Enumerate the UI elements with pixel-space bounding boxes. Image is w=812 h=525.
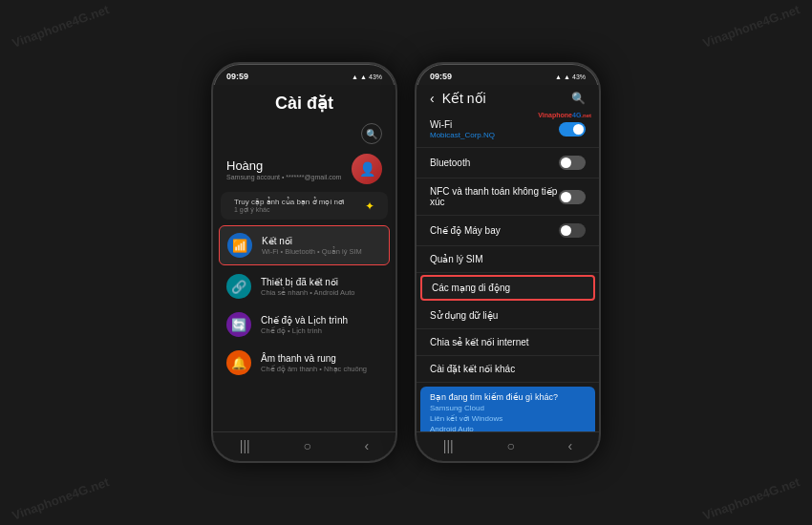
menu-item-sound[interactable]: 🔔 Âm thanh và rung Chế độ âm thanh • Nhạ…: [213, 344, 395, 382]
share-label: Chia sẻ kết nối internet: [430, 337, 529, 347]
status-bar-2: 09:59 ▲ ▲ 43%: [417, 64, 599, 85]
devices-info: Thiết bị đã kết nối Chia sẻ nhanh • Andr…: [261, 277, 355, 297]
connections-icon: 📶: [227, 233, 252, 258]
airplane-info: Chế độ Máy bay: [430, 225, 501, 236]
back-button-2[interactable]: ‹: [430, 91, 435, 106]
airplane-toggle[interactable]: [559, 223, 586, 238]
mobile-label: Các mạng di động: [432, 283, 510, 293]
sound-icon: 🔔: [226, 350, 251, 375]
nav-home-btn-2[interactable]: ○: [506, 438, 514, 453]
wifi-toggle[interactable]: [559, 122, 586, 136]
wifi-toggle-knob: [573, 124, 584, 135]
data-info: Sử dụng dữ liệu: [430, 310, 498, 321]
modes-info: Chế độ và Lịch trình Chế độ • Lịch trình: [261, 315, 348, 335]
bluetooth-info: Bluetooth: [430, 158, 470, 168]
phone1: 09:59 ▲ ▲ 43% Cài đặt 🔍 Hoàng Samsung ac…: [211, 62, 397, 463]
profile-sub: Samsung account • *******@gmail.com: [226, 174, 342, 180]
star-icon: ✦: [365, 200, 374, 213]
share-info: Chia sẻ kết nối internet: [430, 337, 529, 347]
other-info: Cài đặt kết nối khác: [430, 364, 515, 374]
avatar: 👤: [352, 154, 382, 184]
conn-title: Kết nối: [442, 91, 564, 106]
menu-list: 📶 Kết nối Wi-Fi • Bluetooth • Quản lý SI…: [213, 223, 395, 382]
sound-info: Âm thanh và rung Chế độ âm thanh • Nhạc …: [261, 353, 367, 373]
banner-text: Truy cập ảnh của bạn ở mọi nơi: [234, 198, 359, 206]
menu-item-connections[interactable]: 📶 Kết nối Wi-Fi • Bluetooth • Quản lý SI…: [219, 225, 390, 265]
menu-item-modes[interactable]: 🔄 Chế độ và Lịch trình Chế độ • Lịch trì…: [213, 305, 395, 344]
android-auto-link[interactable]: Android Auto: [430, 425, 586, 431]
devices-label: Thiết bị đã kết nối: [261, 277, 355, 287]
status-bar-1: 09:59 ▲ ▲ 43%: [213, 64, 395, 85]
nfc-label: NFC và thanh toán không tiếp xúc: [430, 186, 559, 207]
wifi-sub: Mobicast_Corp.NQ: [430, 131, 495, 139]
mobile-info: Các mạng di động: [432, 283, 510, 293]
search-button-1[interactable]: 🔍: [361, 123, 382, 144]
bluetooth-toggle[interactable]: [559, 156, 586, 170]
nfc-toggle[interactable]: [559, 190, 586, 204]
banner-row[interactable]: Truy cập ảnh của bạn ở mọi nơi 1 gợi ý k…: [221, 192, 388, 220]
nav-home-btn-1[interactable]: ○: [303, 438, 310, 453]
sound-sub: Chế độ âm thanh • Nhạc chuông: [261, 365, 367, 373]
time-2: 09:59: [430, 72, 452, 81]
nav-menu-btn-1[interactable]: |||: [240, 438, 250, 453]
connections-label: Kết nối: [262, 236, 362, 246]
page-title-1: Cài đặt: [213, 85, 395, 117]
conn-item-share[interactable]: Chia sẻ kết nối internet: [417, 329, 599, 356]
profile-row[interactable]: Hoàng Samsung account • *******@gmail.co…: [213, 146, 395, 192]
status-icons-2: ▲ ▲ 43%: [555, 74, 586, 80]
time-1: 09:59: [226, 72, 248, 81]
watermark-bl: Vinaphone4G.net: [11, 474, 111, 523]
watermark-tr: Vinaphone4G.net: [701, 2, 801, 51]
phones-container: 09:59 ▲ ▲ 43% Cài đặt 🔍 Hoàng Samsung ac…: [211, 62, 601, 463]
vinaphone-logo: Vinaphone4G.net: [538, 112, 591, 119]
wifi-icon-1: ▲: [360, 74, 367, 80]
airplane-label: Chế độ Máy bay: [430, 225, 501, 236]
modes-label: Chế độ và Lịch trình: [261, 315, 348, 326]
watermark-tl: Vinaphone4G.net: [11, 2, 111, 51]
conn-item-mobile[interactable]: Các mạng di động: [420, 275, 595, 301]
nav-back-btn-1[interactable]: ‹: [364, 438, 369, 453]
wifi-icon-2: ▲: [564, 74, 570, 80]
sim-label: Quản lý SIM: [430, 254, 482, 264]
modes-sub: Chế độ • Lịch trình: [261, 326, 348, 335]
devices-sub: Chia sẻ nhanh • Android Auto: [261, 288, 355, 297]
bluetooth-label: Bluetooth: [430, 158, 470, 168]
sim-info: Quản lý SIM: [430, 254, 482, 264]
signal-icon-1: ▲: [352, 74, 358, 80]
profile-info: Hoàng Samsung account • *******@gmail.co…: [226, 158, 342, 180]
banner-sub: 1 gợi ý khác: [234, 206, 359, 214]
wifi-info: Wi-Fi Mobicast_Corp.NQ: [430, 119, 495, 139]
bottom-nav-1: ||| ○ ‹: [213, 431, 395, 461]
wifi-label: Wi-Fi: [430, 119, 495, 130]
connections-sub: Wi-Fi • Bluetooth • Quản lý SIM: [262, 247, 362, 256]
profile-name: Hoàng: [226, 158, 342, 173]
conn-item-sim[interactable]: Quản lý SIM: [417, 246, 599, 273]
conn-item-bluetooth[interactable]: Bluetooth: [417, 148, 599, 178]
conn-item-airplane[interactable]: Chế độ Máy bay: [417, 216, 599, 246]
modes-icon: 🔄: [226, 312, 251, 337]
screen-2: Vinaphone4G.net ‹ Kết nối 🔍 Wi-Fi Mobica…: [417, 85, 599, 431]
bluetooth-toggle-knob: [561, 158, 571, 168]
connections-info: Kết nối Wi-Fi • Bluetooth • Quản lý SIM: [262, 236, 362, 256]
conn-item-other[interactable]: Cài đặt kết nối khác: [417, 356, 599, 383]
search-banner-title: Bạn đang tìm kiếm điều gì khác?: [430, 392, 586, 402]
nfc-info: NFC và thanh toán không tiếp xúc: [430, 186, 559, 207]
data-label: Sử dụng dữ liệu: [430, 310, 498, 321]
conn-header: ‹ Kết nối 🔍: [417, 85, 599, 112]
nav-back-btn-2[interactable]: ‹: [567, 438, 572, 453]
menu-item-devices[interactable]: 🔗 Thiết bị đã kết nối Chia sẻ nhanh • An…: [213, 267, 395, 305]
phone2: 09:59 ▲ ▲ 43% Vinaphone4G.net ‹ Kết nối …: [415, 62, 601, 463]
sound-label: Âm thanh và rung: [261, 353, 367, 364]
battery-icon-1: 43%: [369, 74, 382, 80]
windows-link[interactable]: Liên kết với Windows: [430, 414, 586, 423]
conn-item-data[interactable]: Sử dụng dữ liệu: [417, 303, 599, 329]
devices-icon: 🔗: [226, 274, 251, 299]
search-banner: Bạn đang tìm kiếm điều gì khác? Samsung …: [420, 387, 595, 431]
conn-search-btn[interactable]: 🔍: [571, 92, 586, 105]
samsung-cloud-link[interactable]: Samsung Cloud: [430, 404, 586, 412]
nav-menu-btn-2[interactable]: |||: [443, 438, 454, 453]
signal-icon-2: ▲: [555, 74, 562, 80]
airplane-toggle-knob: [561, 225, 571, 236]
nfc-toggle-knob: [561, 192, 571, 202]
conn-item-nfc[interactable]: NFC và thanh toán không tiếp xúc: [417, 178, 599, 216]
